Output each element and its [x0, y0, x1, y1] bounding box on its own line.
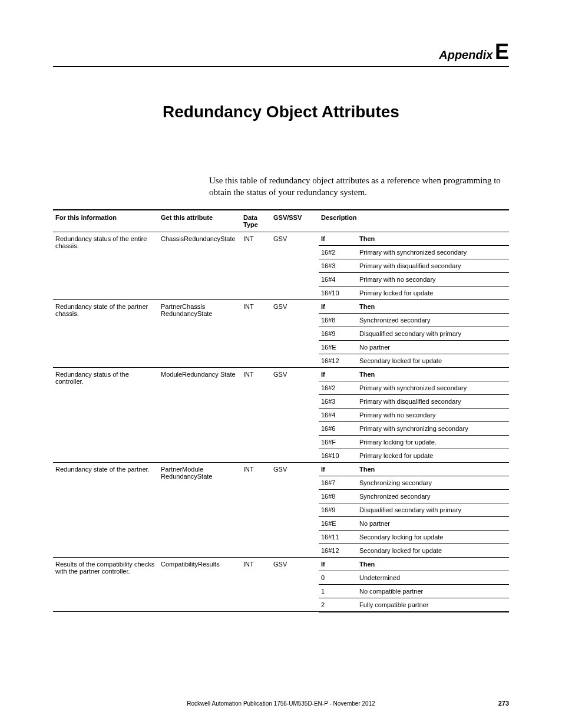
cell-then: Synchronizing secondary: [357, 476, 509, 489]
cell-if: 1: [319, 584, 357, 598]
cell-if-header: If: [319, 557, 357, 571]
cell-then: Primary with no secondary: [357, 272, 509, 286]
cell-then: Undetermined: [357, 571, 509, 584]
cell-if-header: If: [319, 367, 357, 381]
cell-if: 16#9: [319, 503, 357, 516]
cell-info: Redundancy state of the partner.: [53, 462, 158, 557]
cell-if: 2: [319, 598, 357, 612]
cell-then: Synchronized secondary: [357, 489, 509, 503]
cell-attr: ModuleRedundancy State: [158, 367, 241, 462]
cell-if-header: If: [319, 462, 357, 476]
col-type: Data Type: [241, 210, 271, 232]
appendix-letter: E: [495, 39, 509, 64]
cell-then: Primary with synchronized secondary: [357, 245, 509, 259]
cell-type: INT: [241, 299, 271, 367]
cell-type: INT: [241, 232, 271, 299]
top-rule: [53, 66, 509, 67]
cell-if: 16#9: [319, 327, 357, 340]
cell-if: 16#11: [319, 530, 357, 543]
cell-if: 16#10: [319, 449, 357, 462]
cell-then: No compatible partner: [357, 584, 509, 598]
col-desc: Description: [319, 210, 509, 232]
cell-then-extra: [412, 299, 509, 313]
cell-then: Secondary locked for update: [357, 354, 509, 367]
table-group-header: Results of the compatibility checks with…: [53, 557, 509, 571]
cell-then: Disqualified secondary with primary: [357, 503, 509, 516]
cell-if: 16#6: [319, 421, 357, 435]
cell-type: INT: [241, 557, 271, 612]
cell-then: Synchronized secondary: [357, 313, 509, 327]
cell-if: 16#8: [319, 489, 357, 503]
cell-gsv: GSV: [271, 299, 319, 367]
appendix-word: Appendix: [439, 48, 492, 61]
table-group-header: Redundancy state of the partner.PartnerM…: [53, 462, 509, 476]
cell-then-header: Then: [357, 299, 412, 313]
cell-attr: CompatibilityResults: [158, 557, 241, 612]
intro-text: Use this table of redundancy object attr…: [209, 174, 509, 199]
cell-type: INT: [241, 462, 271, 557]
cell-info: Redundancy status of the controller.: [53, 367, 158, 462]
cell-if: 16#4: [319, 272, 357, 286]
cell-then: Primary locked for update: [357, 449, 509, 462]
cell-gsv: GSV: [271, 462, 319, 557]
cell-then: Primary with synchronizing secondary: [357, 421, 509, 435]
cell-if: 16#3: [319, 394, 357, 408]
cell-attr: PartnerModule RedundancyState: [158, 462, 241, 557]
cell-if: 16#2: [319, 381, 357, 394]
cell-then: Primary locking for update.: [357, 435, 509, 449]
cell-if: 16#2: [319, 245, 357, 259]
cell-if-header: If: [319, 232, 357, 245]
cell-then-extra: [412, 557, 509, 571]
cell-gsv: GSV: [271, 232, 319, 299]
cell-then: No partner: [357, 340, 509, 354]
table-group-header: Redundancy status of the controller.Modu…: [53, 367, 509, 381]
col-info: For this information: [53, 210, 158, 232]
cell-attr: PartnerChassis RedundancyState: [158, 299, 241, 367]
cell-then: No partner: [357, 516, 509, 530]
cell-then: Primary locked for update: [357, 286, 509, 299]
page-title: Redundancy Object Attributes: [53, 103, 509, 121]
table-group-header: Redundancy state of the partner chassis.…: [53, 299, 509, 313]
footer-line: Rockwell Automation Publication 1756-UM5…: [0, 700, 562, 707]
cell-if: 16#7: [319, 476, 357, 489]
cell-if: 16#E: [319, 516, 357, 530]
cell-then: Primary with disqualified secondary: [357, 394, 509, 408]
cell-if: 16#4: [319, 408, 357, 421]
table-group-header: Redundancy status of the entire chassis.…: [53, 232, 509, 245]
cell-then: Fully compatible partner: [357, 598, 509, 612]
table-header-row: For this information Get this attribute …: [53, 210, 509, 232]
cell-if: 16#F: [319, 435, 357, 449]
cell-then: Disqualified secondary with primary: [357, 327, 509, 340]
cell-then-extra: [412, 367, 509, 381]
cell-then-extra: [412, 462, 509, 476]
appendix-label: Appendix E: [53, 41, 509, 62]
cell-then: Primary with disqualified secondary: [357, 259, 509, 272]
cell-info: Redundancy status of the entire chassis.: [53, 232, 158, 299]
cell-then: Secondary locked for update: [357, 543, 509, 557]
col-gsv: GSV/SSV: [271, 210, 319, 232]
cell-attr: ChassisRedundancyState: [158, 232, 241, 299]
cell-if: 16#10: [319, 286, 357, 299]
cell-then-extra: [412, 232, 509, 245]
cell-type: INT: [241, 367, 271, 462]
cell-gsv: GSV: [271, 557, 319, 612]
cell-if-header: If: [319, 299, 357, 313]
attributes-table: For this information Get this attribute …: [53, 209, 509, 612]
cell-then: Primary with no secondary: [357, 408, 509, 421]
cell-then-header: Then: [357, 557, 412, 571]
cell-if: 0: [319, 571, 357, 584]
cell-then-header: Then: [357, 367, 412, 381]
cell-info: Results of the compatibility checks with…: [53, 557, 158, 612]
page-number: 273: [498, 700, 509, 707]
cell-gsv: GSV: [271, 367, 319, 462]
cell-then-header: Then: [357, 462, 412, 476]
col-attr: Get this attribute: [158, 210, 241, 232]
cell-if: 16#8: [319, 313, 357, 327]
cell-if: 16#3: [319, 259, 357, 272]
cell-then-header: Then: [357, 232, 412, 245]
cell-if: 16#E: [319, 340, 357, 354]
cell-if: 16#12: [319, 543, 357, 557]
cell-if: 16#12: [319, 354, 357, 367]
cell-info: Redundancy state of the partner chassis.: [53, 299, 158, 367]
cell-then: Primary with synchronized secondary: [357, 381, 509, 394]
